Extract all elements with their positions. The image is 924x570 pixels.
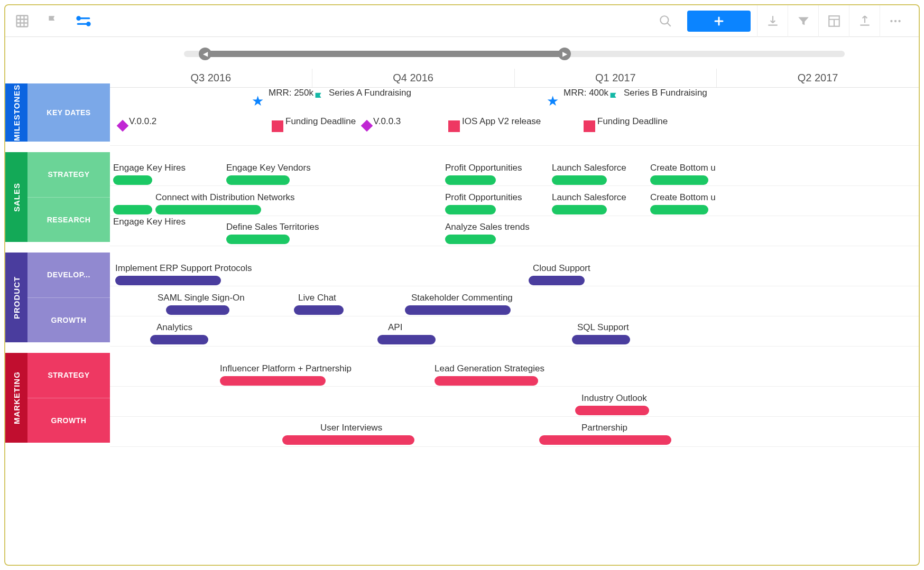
lane-0: ★MRR: 250kSeries A Fundraising★MRR: 400k… <box>110 88 919 146</box>
filter-icon[interactable] <box>788 5 818 37</box>
task-label: API <box>388 322 402 333</box>
task-label: Profit Opportunities <box>445 192 522 203</box>
task-label: Engage Key Vendors <box>226 163 311 173</box>
task-label: Influencer Platform + Partnership <box>220 363 352 374</box>
milestone-label: MRR: 400k <box>563 88 608 98</box>
milestone-label: V.0.0.3 <box>373 116 401 127</box>
task-label: User Interviews <box>320 423 382 433</box>
task-bar[interactable] <box>115 276 221 285</box>
search-icon[interactable] <box>650 5 681 37</box>
svg-point-17 <box>894 20 896 22</box>
task-label: Implement ERP Support Protocols <box>115 263 252 274</box>
task-bar[interactable] <box>552 175 607 185</box>
task-bar[interactable] <box>539 435 671 445</box>
task-bar[interactable] <box>435 376 538 386</box>
task-label: Connect with Distribution Networks <box>155 192 295 203</box>
subrow-key-dates[interactable]: KEY DATES <box>27 83 110 142</box>
task-label: Cloud Support <box>533 263 590 274</box>
subrow-research[interactable]: RESEARCH <box>27 197 110 242</box>
milestone-label: Funding Deadline <box>285 116 356 127</box>
subrow-strategy[interactable]: STRATEGY <box>27 353 110 398</box>
table-view-icon[interactable] <box>14 13 31 30</box>
square-icon[interactable] <box>272 120 283 132</box>
milestone-label: V.0.0.2 <box>129 116 156 127</box>
task-label: Profit Opportunities <box>445 163 522 173</box>
scroll-handle-left[interactable]: ◀ <box>199 48 211 60</box>
diamond-icon[interactable] <box>117 120 129 132</box>
task-label: Create Bottom u <box>650 192 716 203</box>
star-icon[interactable]: ★ <box>252 93 264 109</box>
lane-divider <box>110 216 919 216</box>
subrow-strategy[interactable]: STRATEGY <box>27 152 110 197</box>
lane-3: Influencer Platform + PartnershipLead Ge… <box>110 357 919 447</box>
task-bar[interactable] <box>113 175 152 185</box>
scroll-thumb[interactable] <box>205 51 565 57</box>
subrow-growth[interactable]: GROWTH <box>27 398 110 443</box>
group-label-marketing[interactable]: MARKETING <box>5 353 27 443</box>
group-label-milestones[interactable]: MILESTONES <box>5 83 27 142</box>
milestone-label: IOS App V2 release <box>462 116 541 127</box>
more-icon[interactable] <box>880 5 910 37</box>
task-bar[interactable] <box>552 205 607 214</box>
group-product: PRODUCTDEVELOP...GROWTH <box>5 253 110 342</box>
task-bar[interactable] <box>575 406 649 415</box>
lane-divider <box>110 386 919 387</box>
task-label: SQL Support <box>577 322 629 333</box>
flag-view-icon[interactable] <box>44 13 61 30</box>
timeline-scrollbar[interactable]: ◀ ▶ <box>184 43 845 64</box>
quarter-header: Q1 2017 <box>514 69 717 87</box>
task-bar[interactable] <box>226 175 290 185</box>
task-bar[interactable] <box>650 205 708 214</box>
download-icon[interactable] <box>757 5 788 37</box>
svg-point-16 <box>890 20 892 22</box>
layout-icon[interactable] <box>818 5 849 37</box>
task-bar[interactable] <box>226 235 290 244</box>
task-bar[interactable] <box>166 305 229 315</box>
task-bar[interactable] <box>220 376 326 386</box>
group-label-sales[interactable]: SALES <box>5 152 27 242</box>
task-bar[interactable] <box>155 205 261 214</box>
task-label: Engage Key Hires <box>113 163 186 173</box>
add-button[interactable] <box>687 11 751 32</box>
task-label: Engage Key Hires <box>113 217 186 227</box>
sidebar: MILESTONESKEY DATESSALESSTRATEGYRESEARCH… <box>5 37 110 565</box>
task-bar[interactable] <box>445 175 496 185</box>
task-bar[interactable] <box>650 175 708 185</box>
scroll-handle-right[interactable]: ▶ <box>558 48 571 60</box>
flag-icon[interactable] <box>313 91 325 105</box>
group-label-product[interactable]: PRODUCT <box>5 253 27 342</box>
group-marketing: MARKETINGSTRATEGYGROWTH <box>5 353 110 443</box>
group-sales: SALESSTRATEGYRESEARCH <box>5 152 110 242</box>
subrow-growth[interactable]: GROWTH <box>27 297 110 343</box>
task-bar[interactable] <box>445 205 496 214</box>
timeline-view-icon[interactable] <box>75 13 92 30</box>
task-bar[interactable] <box>150 335 208 344</box>
milestone-label: MRR: 250k <box>269 88 313 98</box>
task-label: Launch Salesforce <box>552 192 626 203</box>
star-icon[interactable]: ★ <box>547 93 559 109</box>
task-bar[interactable] <box>405 305 511 315</box>
svg-point-9 <box>660 16 668 24</box>
task-bar[interactable] <box>445 235 496 244</box>
task-bar[interactable] <box>113 205 152 214</box>
lane-divider <box>110 416 919 417</box>
task-label: Launch Salesforce <box>552 163 626 173</box>
task-bar[interactable] <box>294 305 344 315</box>
task-bar[interactable] <box>529 276 585 285</box>
upload-icon[interactable] <box>849 5 880 37</box>
milestone-label: Funding Deadline <box>597 116 668 127</box>
square-icon[interactable] <box>448 120 460 132</box>
square-icon[interactable] <box>584 120 595 132</box>
milestone-label: Series A Fundraising <box>329 88 411 98</box>
flag-icon[interactable] <box>608 91 620 105</box>
diamond-icon[interactable] <box>361 120 373 132</box>
svg-rect-0 <box>17 15 28 26</box>
task-bar[interactable] <box>377 335 436 344</box>
task-label: Industry Outlook <box>581 393 647 404</box>
task-bar[interactable] <box>572 335 630 344</box>
lane-2: Implement ERP Support ProtocolsCloud Sup… <box>110 257 919 347</box>
task-bar[interactable] <box>282 435 414 445</box>
quarter-header: Q2 2017 <box>716 69 919 87</box>
subrow-develop-[interactable]: DEVELOP... <box>27 253 110 297</box>
quarter-header: Q3 2016 <box>110 69 312 87</box>
